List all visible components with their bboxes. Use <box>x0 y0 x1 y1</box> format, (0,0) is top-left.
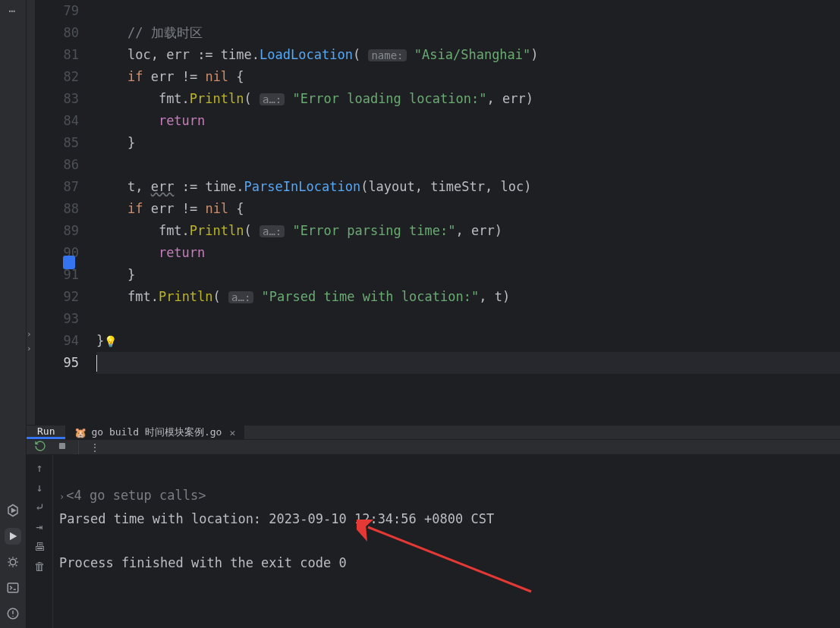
code-editor[interactable]: › › 7980818283848586878889909192939495 /… <box>27 0 840 425</box>
tab-run[interactable]: Run <box>27 425 65 439</box>
down-icon[interactable]: ↓ <box>36 481 42 495</box>
terminal-icon[interactable] <box>5 579 21 596</box>
close-icon[interactable]: ✕ <box>229 427 235 438</box>
soft-wrap-icon[interactable]: ⤶ <box>35 501 45 514</box>
scroll-to-end-icon[interactable]: ⇥ <box>36 520 42 534</box>
annotation-arrow <box>357 520 554 611</box>
run-panel-body: ↑ ↓ ⤶ ⇥ 🖶 🗑 ›<4 go setup calls> Parsed t… <box>27 455 840 628</box>
run-toolbar: ⋮ <box>27 440 840 455</box>
svg-rect-4 <box>8 583 18 592</box>
code-line[interactable]: t, err := time.ParseInLocation(layout, t… <box>96 176 840 198</box>
code-line[interactable]: fmt.Println( a…: "Error loading location… <box>96 88 840 110</box>
svg-marker-2 <box>10 532 17 541</box>
print-icon[interactable]: 🖶 <box>34 540 46 554</box>
code-line[interactable]: // 加载时区 <box>96 22 840 44</box>
services-icon[interactable] <box>5 502 21 519</box>
code-area[interactable]: // 加载时区 loc, err := time.LoadLocation( n… <box>90 0 840 425</box>
stop-icon[interactable] <box>57 441 68 454</box>
problems-icon[interactable] <box>5 605 21 622</box>
run-icon[interactable] <box>5 528 21 545</box>
exit-line: Process finished with the exit code 0 <box>59 555 347 570</box>
tab-build-label: go build 时间模块案例.go <box>91 425 222 439</box>
output-line: Parsed time with location: 2023-09-10 12… <box>59 511 494 526</box>
code-line[interactable]: return <box>96 110 840 132</box>
go-icon: 🐹 <box>74 427 87 438</box>
more-actions-icon[interactable]: ⋮ <box>90 441 100 454</box>
svg-marker-1 <box>12 509 16 513</box>
more-icon[interactable]: ⋯ <box>9 5 17 17</box>
debug-icon[interactable] <box>5 554 21 570</box>
code-line[interactable]: loc, err := time.LoadLocation( name: "As… <box>96 44 840 66</box>
console-side-toolbar: ↑ ↓ ⤶ ⇥ 🖶 🗑 <box>27 455 53 628</box>
code-line[interactable]: return <box>96 242 840 264</box>
code-line[interactable] <box>96 154 840 176</box>
code-line[interactable] <box>96 0 840 22</box>
console-output[interactable]: ›<4 go setup calls> Parsed time with loc… <box>53 455 840 628</box>
code-line[interactable]: } <box>96 132 840 154</box>
svg-rect-6 <box>59 443 65 449</box>
up-icon[interactable]: ↑ <box>36 461 42 475</box>
code-line[interactable]: if err != nil { <box>96 66 840 88</box>
code-line[interactable]: if err != nil { <box>96 198 840 220</box>
svg-point-3 <box>10 559 16 565</box>
code-line[interactable] <box>96 352 840 374</box>
tool-strip: ⋯ <box>0 0 27 628</box>
code-line[interactable]: fmt.Println( a…: "Parsed time with locat… <box>96 286 840 308</box>
tab-build-config[interactable]: 🐹 go build 时间模块案例.go ✕ <box>65 425 245 439</box>
structure-gutter: › › <box>27 0 36 425</box>
code-line[interactable] <box>96 308 840 330</box>
rerun-icon[interactable] <box>34 440 46 454</box>
bookmark-icon[interactable] <box>63 256 75 269</box>
svg-line-7 <box>368 527 531 592</box>
code-line[interactable]: } <box>96 264 840 286</box>
line-number-gutter: 7980818283848586878889909192939495 <box>36 0 90 425</box>
clear-icon[interactable]: 🗑 <box>34 560 46 573</box>
code-line[interactable]: }💡 <box>96 330 840 352</box>
setup-calls-line[interactable]: <4 go setup calls> <box>66 488 206 503</box>
code-line[interactable]: fmt.Println( a…: "Error parsing time:", … <box>96 220 840 242</box>
run-panel-tabs: Run 🐹 go build 时间模块案例.go ✕ <box>27 425 840 440</box>
